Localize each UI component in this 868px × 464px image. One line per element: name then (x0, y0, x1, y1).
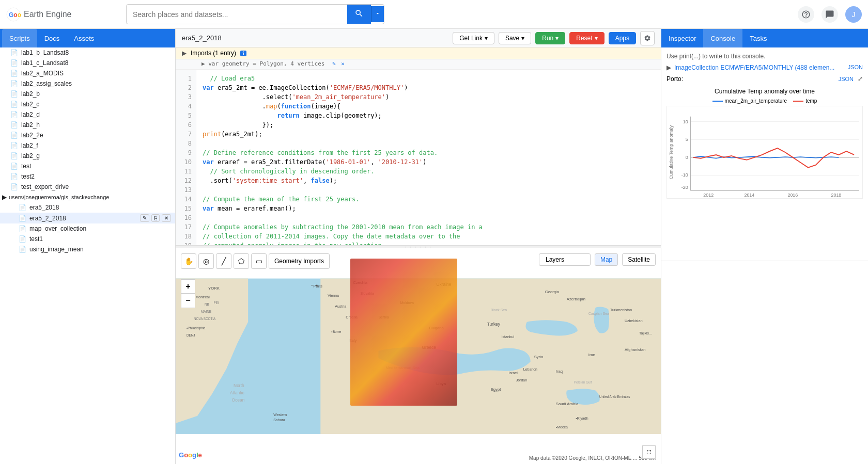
settings-button[interactable] (640, 31, 655, 45)
chevron-right-icon: ▶ (2, 194, 7, 201)
svg-text:2016: 2016 (788, 193, 798, 198)
get-link-button[interactable]: Get Link ▾ (453, 32, 494, 44)
svg-text:United Arab Emirates: United Arab Emirates (599, 394, 630, 398)
search-button[interactable] (347, 5, 371, 24)
file-icon: 📄 (10, 111, 18, 118)
zoom-out-button[interactable]: − (181, 294, 195, 308)
pan-tool-button[interactable]: ✋ (181, 253, 196, 269)
svg-text:Serbia: Serbia (378, 315, 389, 318)
file-icon: 📄 (10, 59, 18, 67)
svg-text:Montréal: Montréal (196, 295, 210, 299)
point-tool-button[interactable]: ◎ (198, 253, 214, 269)
line-tool-button[interactable]: ╱ (216, 253, 231, 269)
list-item[interactable]: 📄 using_image_mean (0, 244, 175, 254)
help-button[interactable] (798, 6, 814, 23)
copy-icon[interactable]: ⎘ (151, 214, 160, 222)
list-item[interactable]: 📄 lab1_c_Landsat8 (0, 58, 175, 68)
list-item[interactable]: 📄 test2 (0, 171, 175, 182)
feedback-button[interactable] (822, 6, 838, 23)
delete-geometry-icon[interactable]: ✕ (341, 60, 345, 67)
list-item[interactable]: 📄 lab2_f (0, 140, 175, 151)
file-icon: 📄 (10, 163, 18, 170)
chevron-down-icon: ▾ (521, 35, 524, 42)
list-item[interactable]: 📄 lab2_c (0, 99, 175, 109)
list-item[interactable]: 📄 lab2_h (0, 120, 175, 130)
list-item[interactable]: 📄 map_over_collection (0, 223, 175, 234)
code-editor[interactable]: // Load era5 var era5_2mt = ee.ImageColl… (196, 70, 661, 245)
svg-text:0: 0 (686, 155, 688, 160)
expand-chart-icon[interactable]: ⤢ (858, 75, 863, 83)
file-icon: 📄 (10, 152, 18, 159)
svg-text:2018: 2018 (831, 193, 842, 198)
rectangle-tool-button[interactable]: ▭ (251, 253, 267, 269)
svg-text:-10: -10 (681, 172, 688, 178)
trash-icon[interactable]: ✕ (162, 214, 171, 222)
geometry-imports-button[interactable]: Geometry Imports (269, 253, 330, 269)
svg-text:Lebanon: Lebanon (523, 367, 537, 371)
svg-text:•Riyadh: •Riyadh (576, 416, 588, 420)
porto-json-link[interactable]: JSON (839, 76, 854, 82)
polygon-tool-button[interactable]: ⬠ (234, 253, 249, 269)
tab-tasks[interactable]: Tasks (742, 29, 774, 47)
search-dropdown-button[interactable] (371, 6, 384, 22)
tab-scripts[interactable]: Scripts (2, 29, 37, 47)
map-background: YORK Montréal NB PEI MAINE NOVA SCOTIA •… (176, 248, 661, 465)
question-mark-icon (801, 10, 811, 19)
svg-text:Czechia: Czechia (353, 280, 367, 285)
svg-text:Georgia: Georgia (545, 289, 560, 294)
list-item[interactable]: 📄 era5_2018 (0, 202, 175, 213)
file-icon: 📄 (10, 101, 18, 108)
edit-geometry-icon[interactable]: ✎ (332, 60, 336, 67)
list-item[interactable]: 📄 test_export_drive (0, 182, 175, 192)
file-icon: 📄 (10, 80, 18, 87)
zoom-in-button[interactable]: + (181, 279, 195, 294)
chart-svg: Cumulative Temp anomaly 10 (667, 106, 863, 199)
search-input[interactable] (127, 6, 347, 23)
editor-header: era5_2_2018 Get Link ▾ Save ▾ Run ▾ Rese… (176, 29, 661, 47)
chevron-down-icon: ▾ (555, 35, 559, 42)
list-item[interactable]: 📄 test1 (0, 234, 175, 244)
imports-geometry: ▶ var geometry = Polygon, 4 vertices ✎ ✕ (176, 59, 661, 70)
file-icon: 📄 (19, 235, 26, 243)
satellite-view-button[interactable]: Satellite (622, 253, 656, 266)
list-item[interactable]: 📄 lab2_d (0, 109, 175, 120)
avatar[interactable]: J (845, 6, 862, 23)
file-actions: ✎ ⎘ ✕ (140, 214, 171, 222)
list-item[interactable]: 📄 lab2_a_MODIS (0, 68, 175, 78)
pencil-icon[interactable]: ✎ (140, 214, 149, 222)
svg-text:Sahara: Sahara (273, 418, 285, 422)
list-item[interactable]: 📄 lab2_g (0, 151, 175, 161)
editor-tab-title: era5_2_2018 (182, 34, 448, 42)
code-area[interactable]: 12345 678910 1112131415 1617181920 21222… (176, 70, 661, 245)
tree-folder-item[interactable]: ▶ users/joseguerreroa/gis_stackexchange (0, 192, 175, 202)
svg-text:Western: Western (273, 412, 287, 416)
console-entry[interactable]: ▶ ImageCollection ECMWF/ERA5/MONTHLY (48… (667, 64, 863, 71)
svg-text:5: 5 (686, 137, 688, 142)
list-item[interactable]: 📄 lab2_assig_scales (0, 78, 175, 89)
list-item-selected[interactable]: 📄 era5_2_2018 ✎ ⎘ ✕ (0, 213, 175, 223)
fullscreen-button[interactable] (642, 445, 656, 459)
list-item[interactable]: 📄 lab1_b_Landsat8 (0, 47, 175, 58)
legend-label-2: temp (805, 98, 817, 104)
list-item[interactable]: 📄 lab2_b (0, 89, 175, 99)
map-view-button[interactable]: Map (595, 253, 618, 266)
layers-panel[interactable]: Layers (539, 253, 591, 266)
reset-button[interactable]: Reset ▾ (569, 32, 604, 44)
svg-text:MAINE: MAINE (201, 310, 211, 313)
svg-point-55 (333, 331, 335, 332)
run-button[interactable]: Run ▾ (535, 32, 565, 44)
search-icon (354, 9, 364, 18)
list-item[interactable]: 📄 lab2_2e (0, 130, 175, 140)
save-button[interactable]: Save ▾ (499, 32, 531, 44)
json-link[interactable]: JSON (848, 64, 863, 70)
apps-button[interactable]: Apps (609, 32, 636, 44)
svg-text:Slovakia: Slovakia (360, 292, 374, 295)
file-icon: 📄 (19, 225, 26, 232)
tab-docs[interactable]: Docs (37, 29, 67, 47)
list-item[interactable]: 📄 test (0, 161, 175, 171)
file-icon: 📄 (10, 183, 18, 190)
tab-console[interactable]: Console (703, 29, 742, 47)
tab-assets[interactable]: Assets (67, 29, 101, 47)
svg-text:Saudi Arabia: Saudi Arabia (556, 401, 579, 406)
tab-inspector[interactable]: Inspector (661, 29, 703, 47)
